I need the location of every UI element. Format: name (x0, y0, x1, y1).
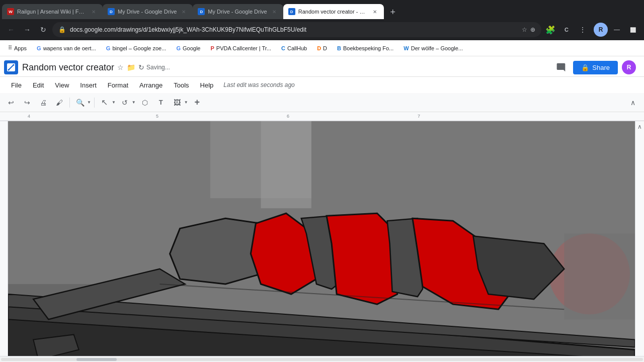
ruler-ticks (0, 112, 644, 121)
vertical-ruler (0, 121, 8, 356)
right-panel-collapse[interactable]: ∧ (637, 123, 642, 130)
menu-help[interactable]: Help (195, 79, 219, 91)
horizontal-scrollbar[interactable] (0, 356, 644, 362)
bm-label-wolfie: Der wölfe – Google... (411, 45, 463, 51)
comment-icon (556, 62, 566, 72)
avatar-char: R (627, 64, 631, 71)
print-button[interactable]: 🖨 (36, 96, 50, 110)
zoom-control[interactable]: 🔍 ▼ (73, 96, 91, 110)
bookmark-apps[interactable]: ⠿ Apps (4, 44, 31, 52)
select-button[interactable]: ↖ (98, 96, 112, 110)
lock-icon: 🔒 (58, 26, 66, 33)
bm-label-pvda: PVDA Callcenter | Tr... (216, 45, 271, 51)
forward-button[interactable]: → (20, 23, 34, 37)
select-arrow[interactable]: ▼ (112, 100, 116, 105)
polygon-button[interactable]: ⬡ (138, 96, 152, 110)
right-panel: ∧ (635, 121, 644, 356)
app-area: Random vector creator ☆ 📁 ↻ Saving... 🔒 (0, 56, 644, 362)
tab-1-close[interactable]: ✕ (90, 8, 98, 16)
share-label: Share (592, 64, 610, 71)
tab-3-title: My Drive - Google Drive (208, 9, 267, 15)
saving-spinner: ↻ (138, 63, 144, 71)
menu-insert[interactable]: Insert (75, 79, 102, 91)
toolbar-separator-2 (94, 98, 95, 108)
tab-4-favicon: D (288, 8, 295, 15)
bookmark-bingel[interactable]: G bingel – Google zoe... (102, 44, 171, 52)
select-control[interactable]: ↖ ▼ (98, 96, 116, 110)
star-icon[interactable]: ☆ (522, 26, 527, 33)
tab-1-favicon: W (7, 8, 14, 15)
user-avatar[interactable]: R (622, 60, 636, 74)
menu-format[interactable]: Format (103, 79, 133, 91)
extensions-button[interactable]: 🧩 (543, 23, 557, 37)
window-minimize[interactable]: — (610, 23, 624, 37)
redo-button[interactable]: ↪ (20, 96, 34, 110)
scroll-track[interactable] (1, 358, 643, 361)
bookmarks-bar: ⠿ Apps G wapens van de oert... G bingel … (0, 40, 644, 56)
bookmark-google[interactable]: G Google (172, 44, 204, 52)
bookmark-d[interactable]: D D (313, 44, 331, 52)
tab-1-title: Railgun | Arsenal Wiki | Fandom (17, 9, 87, 15)
menu-file[interactable]: File (6, 79, 27, 91)
image-arrow[interactable]: ▼ (184, 100, 188, 105)
tab-3-close[interactable]: ✕ (270, 8, 278, 16)
menu-edit[interactable]: Edit (28, 79, 49, 91)
star-doc-icon[interactable]: ☆ (117, 63, 124, 71)
tab-4-close[interactable]: ✕ (371, 8, 379, 16)
svg-point-4 (13, 64, 15, 66)
scroll-thumb[interactable] (76, 358, 117, 361)
text-button[interactable]: T (154, 96, 168, 110)
app-logo (4, 60, 18, 74)
bm-favicon-wolfie: W (404, 45, 409, 51)
menu-arrange[interactable]: Arrange (134, 79, 168, 91)
bookmark-add-icon[interactable]: ⊕ (530, 26, 535, 33)
window-maximize[interactable]: ⬜ (626, 23, 640, 37)
shape-control[interactable]: ↺ ▼ (118, 96, 136, 110)
menu-view[interactable]: View (50, 79, 74, 91)
bookmark-wapens[interactable]: G wapens van de oert... (33, 44, 100, 52)
tab-2-close[interactable]: ✕ (180, 8, 188, 16)
add-button[interactable]: + (190, 96, 204, 110)
folder-doc-icon[interactable]: 📁 (127, 63, 135, 71)
profile-button[interactable]: R (594, 23, 608, 37)
zoom-arrow[interactable]: ▼ (87, 100, 91, 105)
tab-3[interactable]: D My Drive - Google Drive ✕ (193, 4, 283, 19)
drawings-logo-svg (6, 62, 17, 73)
canvas-main: ∧ (0, 121, 644, 356)
undo-button[interactable]: ↩ (4, 96, 18, 110)
menu-tools[interactable]: Tools (169, 79, 194, 91)
image-button[interactable]: 🖼 (170, 96, 184, 110)
settings-button[interactable]: ⋮ (576, 23, 590, 37)
back-button[interactable]: ← (4, 23, 18, 37)
svg-rect-8 (261, 121, 311, 208)
drawings-header: Random vector creator ☆ 📁 ↻ Saving... 🔒 (0, 56, 644, 77)
refresh-button[interactable]: ↻ (36, 23, 50, 37)
collapse-button[interactable]: ∧ (626, 96, 640, 110)
address-icons: ☆ ⊕ (522, 26, 535, 33)
zoom-button[interactable]: 🔍 (73, 96, 87, 110)
tab-bar: W Railgun | Arsenal Wiki | Fandom ✕ D My… (0, 0, 644, 19)
tab-2[interactable]: D My Drive - Google Drive ✕ (103, 4, 193, 19)
paint-format-button[interactable]: 🖌 (52, 96, 66, 110)
tab-3-favicon: D (198, 8, 205, 15)
address-bar[interactable]: 🔒 docs.google.com/drawings/d/1ekbwxiyjj5… (52, 22, 541, 37)
apps-label: Apps (14, 45, 27, 51)
bm-label-callhub: CallHub (287, 45, 307, 51)
bookmark-callhub[interactable]: C CallHub (277, 44, 311, 52)
share-button[interactable]: 🔒 Share (573, 61, 618, 74)
bookmark-pvda[interactable]: P PVDA Callcenter | Tr... (206, 44, 275, 52)
bm-favicon-d: D (317, 45, 321, 51)
shape-arrow[interactable]: ▼ (132, 100, 136, 105)
doc-title-area: Random vector creator ☆ 📁 ↻ Saving... (22, 62, 170, 73)
new-tab-button[interactable]: + (386, 5, 400, 19)
profile-extension-1[interactable]: C (559, 23, 574, 37)
rotate-button[interactable]: ↺ (118, 96, 132, 110)
bookmark-boek[interactable]: B Boekbespeking Fo... (333, 44, 397, 52)
bookmark-wolfie[interactable]: W Der wölfe – Google... (399, 44, 467, 52)
tab-4[interactable]: D Random vector creator - Google... ✕ (283, 4, 384, 19)
nav-bar: ← → ↻ 🔒 docs.google.com/drawings/d/1ekbw… (0, 19, 644, 40)
image-control[interactable]: 🖼 ▼ (170, 96, 188, 110)
tab-1[interactable]: W Railgun | Arsenal Wiki | Fandom ✕ (2, 4, 103, 19)
drawing-canvas[interactable] (8, 121, 635, 356)
comment-button[interactable] (553, 59, 569, 75)
